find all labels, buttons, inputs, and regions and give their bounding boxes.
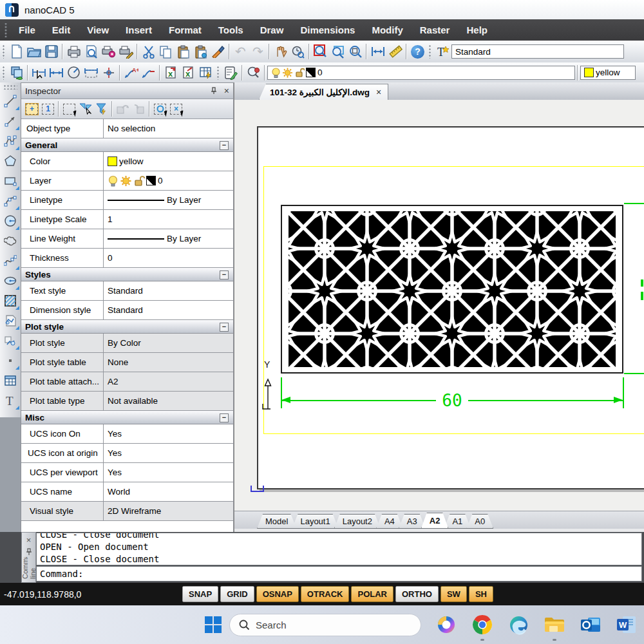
dimension-radius-button[interactable] [65, 64, 82, 81]
table-tool-icon[interactable] [1, 370, 20, 390]
file-explorer-icon[interactable] [544, 614, 565, 636]
rectangle-tool-icon[interactable] [1, 171, 20, 191]
menu-file[interactable]: File [10, 19, 44, 41]
filter-icon[interactable] [93, 101, 109, 117]
revision-cloud-tool-icon[interactable] [1, 231, 20, 251]
tab-layout2[interactable]: Layout2 [334, 514, 381, 529]
ellipse-tool-icon[interactable] [1, 270, 20, 290]
menu-view[interactable]: View [79, 19, 117, 41]
menu-help[interactable]: Help [458, 19, 496, 41]
menubar-grip[interactable] [4, 23, 8, 37]
menu-dimensions[interactable]: Dimensions [292, 19, 363, 41]
text-style-icon[interactable]: T [434, 43, 451, 61]
tab-a1[interactable]: A1 [444, 514, 471, 529]
polygon-tool-icon[interactable] [1, 151, 20, 171]
measure-button[interactable] [386, 43, 404, 61]
text-style-combobox[interactable]: Standard [451, 44, 624, 59]
section-header-general[interactable]: General− [21, 138, 233, 152]
chrome-icon[interactable] [471, 614, 493, 636]
cut-button[interactable] [140, 43, 157, 61]
tab-a0[interactable]: A0 [466, 514, 493, 529]
dimension-baseline-button[interactable] [82, 64, 100, 81]
group-tool-icon[interactable] [1, 330, 20, 350]
toggle-ortho[interactable]: ORTHO [395, 586, 439, 602]
toggle-grid[interactable]: GRID [220, 586, 254, 602]
toolbar-grip[interactable] [216, 66, 220, 80]
point-tool-icon[interactable] [1, 350, 20, 370]
deselect-icon[interactable]: × [168, 101, 184, 117]
taskbar-search[interactable]: Search [229, 614, 421, 636]
find-replace-button[interactable] [245, 64, 262, 81]
section-header-styles[interactable]: Styles− [21, 268, 233, 281]
command-input[interactable]: Command: [36, 566, 642, 582]
close-icon[interactable]: × [26, 535, 32, 545]
menu-draw[interactable]: Draw [252, 19, 292, 41]
palette-grip[interactable] [3, 84, 17, 90]
match-properties-button[interactable] [209, 43, 227, 61]
menu-tools[interactable]: Tools [210, 19, 252, 41]
document-close-icon[interactable]: × [376, 87, 381, 97]
leader-add-button[interactable]: A+ [122, 64, 140, 81]
new-document-button[interactable] [8, 43, 25, 61]
outlook-icon[interactable] [580, 614, 601, 636]
print-preview-button[interactable] [82, 43, 100, 61]
copy-button[interactable] [157, 43, 175, 61]
tab-model[interactable]: Model [257, 514, 296, 529]
ray-tool-icon[interactable] [1, 111, 20, 131]
toolbar-grip[interactable] [428, 44, 432, 59]
toggle-osnap[interactable]: OSNAP [256, 586, 299, 602]
collapse-icon[interactable]: − [220, 323, 229, 332]
region-tool-icon[interactable] [1, 310, 20, 330]
arc-tool-icon[interactable] [1, 191, 20, 211]
dimension-select-button[interactable] [30, 64, 48, 81]
toolbar-grip[interactable] [2, 44, 6, 59]
menu-edit[interactable]: Edit [44, 19, 79, 41]
pan-button[interactable] [272, 43, 289, 61]
quick-select-icon[interactable] [77, 101, 93, 117]
command-history[interactable]: CLOSE - Close document OPEN - Open docum… [36, 533, 642, 565]
tab-a4[interactable]: A4 [376, 514, 403, 529]
toolbar-grip[interactable] [2, 66, 6, 80]
dimension-linear-button[interactable] [48, 64, 65, 81]
select-append-icon[interactable]: + [24, 101, 40, 117]
zoom-realtime-button[interactable] [289, 43, 307, 61]
plot-settings-button[interactable] [100, 43, 117, 61]
tab-a2[interactable]: A2 [421, 513, 449, 529]
menu-insert[interactable]: Insert [117, 19, 160, 41]
word-icon[interactable]: W [616, 614, 638, 636]
select-cycle-icon[interactable] [152, 101, 168, 117]
collapse-icon[interactable]: − [220, 270, 229, 279]
polyline-tool-icon[interactable] [1, 131, 20, 151]
paste-special-button[interactable] [192, 43, 209, 61]
table-edit-button[interactable] [197, 64, 214, 81]
save-button[interactable] [43, 43, 60, 61]
toggle-sh[interactable]: SH [469, 586, 493, 602]
section-header-misc[interactable]: Misc− [21, 411, 233, 424]
property-value[interactable]: No selection [104, 119, 233, 138]
tab-layout1[interactable]: Layout1 [292, 514, 338, 529]
undo-button[interactable]: ↶ [232, 43, 249, 61]
circle-tool-icon[interactable] [1, 211, 20, 231]
zoom-window-button[interactable] [312, 43, 329, 61]
center-mark-button[interactable] [100, 64, 117, 81]
publish-button[interactable] [117, 43, 135, 61]
zoom-dynamic-button[interactable] [329, 43, 346, 61]
toggle-sw[interactable]: SW [440, 586, 467, 602]
open-document-button[interactable] [25, 43, 43, 61]
toggle-snap[interactable]: SNAP [182, 586, 218, 602]
copy-objects-icon[interactable] [8, 64, 25, 81]
menu-raster[interactable]: Raster [412, 19, 459, 41]
spline-tool-icon[interactable] [1, 251, 20, 270]
dimension-text[interactable]: 60 [442, 391, 462, 410]
select-objects-icon[interactable] [61, 101, 77, 117]
edge-icon[interactable] [507, 614, 529, 636]
hatch-tool-icon[interactable] [1, 290, 20, 310]
print-button[interactable] [65, 43, 82, 61]
paste-button[interactable] [175, 43, 192, 61]
document-tab[interactable]: 101-32 الإكليل الكبيرة.dwg × [259, 84, 388, 100]
paste-properties-icon[interactable] [131, 101, 147, 117]
section-header-plot-style[interactable]: Plot style− [21, 320, 233, 334]
close-icon[interactable]: × [224, 86, 229, 96]
menu-modify[interactable]: Modify [363, 19, 411, 41]
copilot-icon[interactable] [435, 614, 457, 636]
